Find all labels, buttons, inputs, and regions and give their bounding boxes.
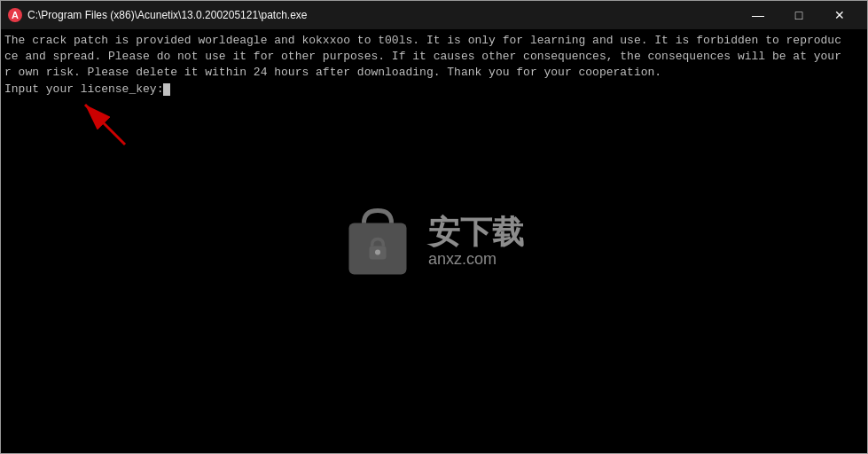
app-icon: A	[8, 8, 22, 22]
window-controls: — □ ✕	[738, 1, 860, 29]
minimize-button[interactable]: —	[738, 1, 778, 29]
watermark-url: anxz.com	[428, 249, 497, 268]
svg-point-6	[375, 250, 380, 255]
svg-rect-4	[348, 223, 406, 275]
title-bar: A C:\Program Files (x86)\Acunetix\13.0.2…	[1, 1, 867, 29]
watermark-chinese: 安下载	[428, 215, 524, 250]
close-button[interactable]: ✕	[819, 1, 860, 29]
maximize-button[interactable]: □	[778, 1, 819, 29]
watermark-text-group: 安下载 anxz.com	[428, 215, 524, 269]
cursor-blink	[163, 83, 170, 96]
console-input-prompt[interactable]: Input your license_key:	[4, 82, 864, 98]
svg-line-3	[85, 105, 125, 145]
svg-rect-5	[369, 247, 386, 260]
watermark: 安下载 anxz.com	[344, 204, 524, 279]
console-area: The crack patch is provided worldeagle a…	[1, 29, 867, 453]
svg-text:A: A	[12, 10, 19, 20]
red-arrow-indicator	[72, 91, 134, 153]
window-title: C:\Program Files (x86)\Acunetix\13.0.200…	[27, 9, 738, 21]
watermark-bag-icon	[344, 204, 411, 279]
application-window: A C:\Program Files (x86)\Acunetix\13.0.2…	[0, 0, 868, 454]
console-output: The crack patch is provided worldeagle a…	[4, 33, 864, 82]
